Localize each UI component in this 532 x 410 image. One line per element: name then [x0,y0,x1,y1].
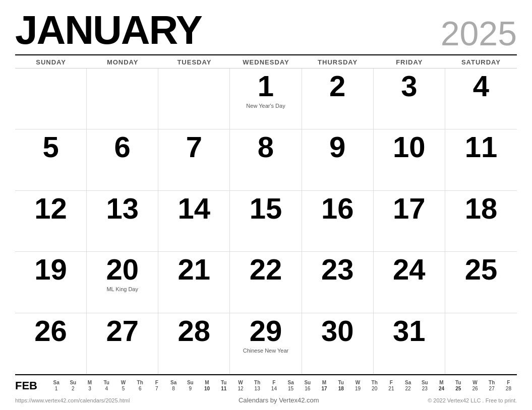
mini-day: 14 [266,385,282,392]
day-number: 19 [34,255,67,284]
cell-content: 27 [92,316,153,347]
calendar-container: JANUARY 2025 SUNDAY MONDAY TUESDAY WEDNE… [0,0,532,410]
mini-day-header: Sa [48,380,65,385]
mini-day-header: Su [65,380,81,385]
day-number: 20 [106,255,139,284]
cell-content: 20ML King Day [92,255,153,292]
day-number: 28 [178,316,211,346]
day-number: 29 [250,316,282,346]
mini-day: 4 [98,385,115,392]
mini-day-header: Th [366,380,383,385]
calendar-cell: 20ML King Day [87,252,158,313]
holiday-label: ML King Day [92,286,153,292]
mini-day-header: F [383,380,399,385]
calendar-cell [445,313,517,374]
day-number: 5 [42,132,58,162]
calendar-cell: 29Chinese New Year [230,313,302,374]
mini-day: 10 [199,385,215,392]
day-number: 8 [258,132,274,162]
mini-day-header: M [433,380,450,385]
calendar-cell: 17 [374,191,445,252]
calendar-cell: 21 [158,252,230,313]
day-number: 23 [321,255,354,284]
mini-day: 1 [48,385,65,392]
dow-friday: FRIDAY [374,58,445,66]
mini-day: 2 [65,385,81,392]
mini-day-header: W [466,380,483,385]
calendar-cell: 18 [445,191,517,252]
calendar-cell: 9 [302,129,374,190]
day-number: 31 [393,316,426,346]
mini-day-header: F [500,380,517,385]
mini-day: 18 [333,385,349,392]
mini-day: 28 [500,385,517,392]
mini-day: 23 [417,385,433,392]
calendar-cell: 3 [374,69,445,129]
mini-day-header: M [81,380,98,385]
mini-day: 6 [132,385,148,392]
cell-content: 13 [92,194,153,224]
calendar-cell: 8 [230,129,302,190]
footer-left: https://www.vertex42.com/calendars/2025.… [15,397,130,403]
mini-cal-headers: SaSuMTuWThFSaSuMTuWThFSaSuMTuWThFSaSuMTu… [48,380,517,385]
cell-content: 18 [450,194,512,224]
calendar-cell: 10 [374,129,445,190]
day-number: 18 [465,194,498,223]
cell-content: 11 [450,132,512,163]
day-number: 27 [106,316,139,346]
calendar-cell: 27 [87,313,158,374]
calendar-cell: 22 [230,252,302,313]
cell-content: 5 [20,132,81,163]
mini-day: 19 [349,385,366,392]
mini-day-header: M [199,380,215,385]
mini-day-header: Tu [333,380,349,385]
cell-content: 6 [92,132,153,163]
day-number: 7 [186,132,202,162]
calendar-cell: 26 [15,313,87,374]
calendar-cell [158,69,230,129]
calendar-cell: 5 [15,129,87,190]
day-number: 1 [258,72,274,101]
cell-content: 7 [163,132,224,163]
calendar-cell: 2 [302,69,374,129]
mini-day-header: M [316,380,332,385]
day-number: 11 [465,132,498,162]
calendar-cell: 19 [15,252,87,313]
mini-day-header: Su [182,380,199,385]
calendar-cell: 7 [158,129,230,190]
mini-calendar-section: FEB SaSuMTuWThFSaSuMTuWThFSaSuMTuWThFSaS… [15,374,517,394]
mini-day: 7 [148,385,165,392]
header-row: JANUARY 2025 [15,10,517,50]
cell-content: 24 [379,255,440,285]
month-title: JANUARY [15,10,202,50]
calendar-cell: 31 [374,313,445,374]
calendar-cell [87,69,158,129]
day-number: 3 [401,72,417,101]
mini-day: 27 [484,385,500,392]
cell-content: 29Chinese New Year [235,316,296,354]
dow-thursday: THURSDAY [302,58,374,66]
mini-day-header: Th [484,380,500,385]
cell-content: 25 [450,255,512,285]
mini-day-header: Sa [400,380,417,385]
cell-content: 16 [307,194,368,224]
mini-day-header: F [266,380,282,385]
day-number: 26 [34,316,67,346]
dow-wednesday: WEDNESDAY [230,58,302,66]
day-number: 10 [393,132,426,162]
cell-content: 9 [307,132,368,163]
day-number: 30 [321,316,354,346]
mini-day-header: Sa [282,380,299,385]
cell-content: 14 [163,194,224,224]
dow-tuesday: TUESDAY [158,58,230,66]
day-number: 24 [393,255,426,284]
holiday-label: New Year's Day [235,103,296,109]
mini-day-header: Th [132,380,148,385]
day-number: 21 [178,255,211,284]
cell-content: 31 [379,316,440,347]
calendar-cell: 25 [445,252,517,313]
day-number: 15 [250,194,282,223]
mini-day-header: F [148,380,165,385]
mini-day: 16 [299,385,316,392]
calendar-cell: 11 [445,129,517,190]
